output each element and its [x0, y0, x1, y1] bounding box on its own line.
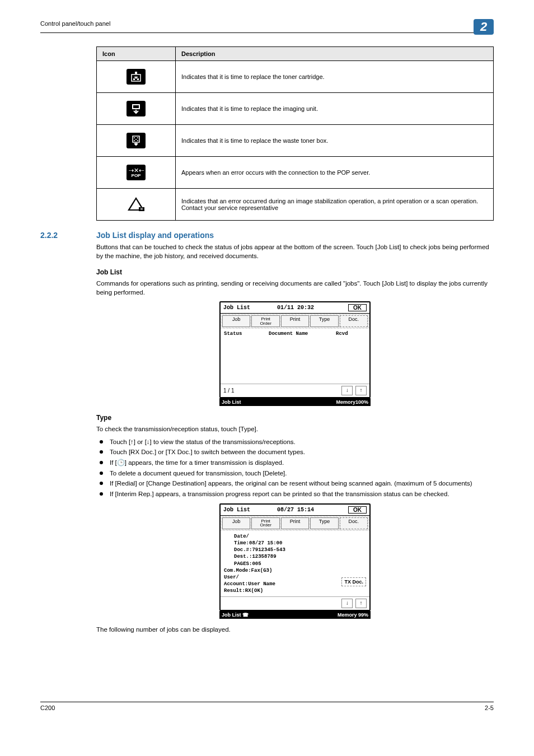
section-intro-text: Buttons that can be touched to check the…	[96, 243, 494, 260]
job-list-screenshot-2: Job List 08/27 15:14 OK Job Print Order …	[219, 503, 371, 619]
col-status: Status	[224, 331, 269, 337]
section-title: Job List display and operations	[96, 231, 214, 240]
status-bar-joblist: Job List	[222, 399, 241, 405]
job-list-heading: Job List	[96, 268, 494, 276]
table-row: Indicates that it is time to replace the…	[97, 125, 494, 157]
detail-datetime: Date/ Time:08/27 15:00	[224, 533, 366, 547]
arrow-up-button[interactable]: ↑	[355, 599, 367, 608]
table-cell-description: Indicates that it is time to replace the…	[176, 125, 494, 157]
screen-datetime: 08/27 15:14	[277, 507, 314, 513]
footer-page-number: 2-5	[485, 704, 494, 711]
table-cell-description: Indicates that it is time to replace the…	[176, 61, 494, 93]
type-lead-text: To check the transmission/reception stat…	[96, 425, 494, 434]
tab-doc[interactable]: Doc.	[340, 517, 368, 529]
ok-button[interactable]: OK	[348, 506, 367, 514]
table-cell-description: Indicates that it is time to replace the…	[176, 93, 494, 125]
svg-point-13	[137, 140, 138, 141]
status-bar-memory: Memory100%	[336, 399, 368, 405]
toner-cartridge-icon	[127, 69, 146, 85]
tx-doc-button[interactable]: TX Doc.	[341, 577, 366, 586]
svg-rect-6	[133, 105, 139, 108]
table-header-icon: Icon	[97, 47, 176, 61]
svg-rect-1	[133, 78, 135, 80]
screen-datetime: 01/11 20:32	[277, 305, 314, 311]
list-item: If [🕒] appears, the time for a timer tra…	[96, 458, 494, 468]
table-cell-description: Appears when an error occurs with the co…	[176, 157, 494, 189]
list-item: If [Interim Rep.] appears, a transmissio…	[96, 489, 494, 499]
type-heading: Type	[96, 414, 494, 422]
tab-type[interactable]: Type	[310, 315, 338, 327]
table-row: ⇢✕⇠POP Appears when an error occurs with…	[97, 157, 494, 189]
ok-button[interactable]: OK	[348, 304, 367, 311]
svg-point-10	[137, 137, 138, 138]
list-item: Touch [↑] or [↓] to view the status of t…	[96, 437, 494, 447]
table-row: Indicates that it is time to replace the…	[97, 93, 494, 125]
list-item: If [Redial] or [Change Destination] appe…	[96, 479, 494, 488]
svg-point-12	[134, 140, 135, 141]
tab-doc[interactable]: Doc.	[340, 315, 368, 327]
tab-job[interactable]: Job	[222, 517, 250, 529]
type-bullet-list: Touch [↑] or [↓] to view the status of t…	[96, 437, 494, 499]
running-head-text: Control panel/touch panel	[40, 20, 110, 27]
arrow-down-button[interactable]: ↓	[341, 599, 353, 608]
svg-point-9	[134, 137, 135, 138]
status-bar-joblist: Job List ☎	[222, 612, 249, 618]
col-document-name: Document Name	[269, 331, 336, 337]
table-header-description: Description	[176, 47, 494, 61]
svg-rect-2	[137, 78, 139, 80]
trailing-text: The following number of jobs can be disp…	[96, 626, 494, 634]
imaging-unit-icon	[127, 101, 146, 116]
arrow-up-button[interactable]: ↑	[355, 386, 367, 395]
detail-result: Result:RX(OK)	[224, 587, 366, 594]
list-item: Touch [RX Doc.] or [TX Doc.] to switch b…	[96, 447, 494, 457]
tab-print-order[interactable]: Print Order	[251, 517, 279, 529]
status-bar-memory: Memory 99%	[338, 612, 368, 618]
detail-com-mode: Com.Mode:Fax(G3)	[224, 567, 366, 574]
arrow-down-button[interactable]: ↓	[341, 386, 353, 395]
list-item: To delete a document queued for transmis…	[96, 469, 494, 478]
tab-print[interactable]: Print	[281, 517, 309, 529]
detail-pages: PAGES:005	[224, 561, 366, 567]
svg-rect-3	[135, 72, 137, 74]
tab-type[interactable]: Type	[310, 517, 338, 529]
icon-description-table: Icon Description Indicates that it is ti…	[96, 46, 494, 221]
screen-title: Job List	[223, 305, 250, 311]
service-error-icon	[127, 196, 146, 212]
pager-text: 1 / 1	[223, 388, 234, 394]
section-number: 2.2.2	[40, 231, 96, 240]
col-rcvd: Rcvd	[336, 331, 348, 337]
waste-toner-icon	[127, 133, 146, 148]
table-row: Indicates that it is time to replace the…	[97, 61, 494, 93]
screen-title: Job List	[223, 507, 250, 513]
job-list-text: Commands for operations such as printing…	[96, 279, 494, 297]
table-row: Indicates that an error occurred during …	[97, 189, 494, 221]
detail-doc-number: Doc.#:7912345-543	[224, 547, 366, 553]
tab-print[interactable]: Print	[281, 315, 309, 327]
tab-print-order[interactable]: Print Order	[251, 315, 279, 327]
svg-point-11	[135, 139, 137, 140]
detail-destination: Dest.:12358789	[224, 553, 366, 560]
job-list-screenshot-1: Job List 01/11 20:32 OK Job Print Order …	[219, 301, 371, 406]
tab-job[interactable]: Job	[222, 315, 250, 327]
chapter-number-badge: 2	[474, 19, 494, 35]
footer-model: C200	[40, 704, 55, 711]
pop-error-icon: ⇢✕⇠POP	[127, 165, 146, 180]
table-cell-description: Indicates that an error occurred during …	[176, 189, 494, 221]
